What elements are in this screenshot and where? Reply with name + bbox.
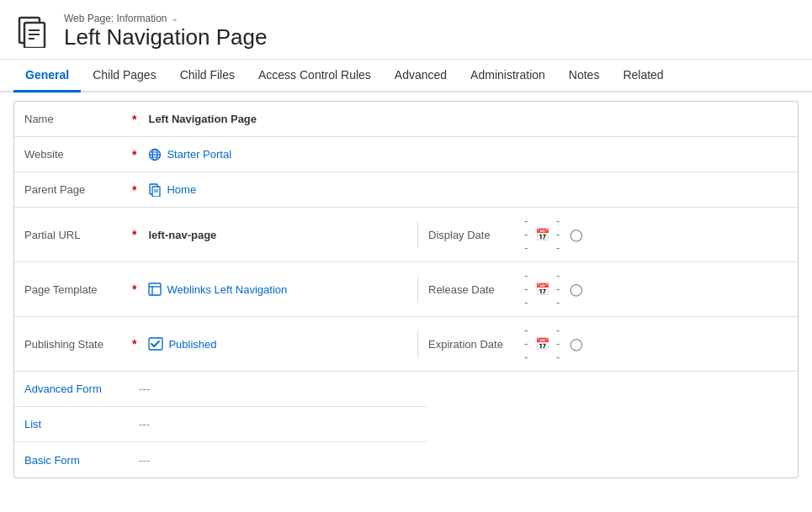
website-required-indicator: *	[132, 148, 136, 161]
parent-page-link[interactable]: Home	[148, 183, 791, 197]
globe-icon	[148, 148, 162, 161]
name-required-indicator: *	[132, 113, 136, 126]
basic-form-value: ---	[132, 447, 427, 473]
tab-child-files[interactable]: Child Files	[168, 60, 247, 92]
expiration-date-label: Expiration Date	[428, 338, 521, 351]
tab-related[interactable]: Related	[611, 60, 675, 92]
page-icon-small	[148, 183, 162, 197]
breadcrumb: Web Page: Information ⌄	[64, 13, 267, 24]
display-date-field: Display Date --- 📅 --- ◯	[418, 208, 579, 261]
clock-icon-display[interactable]: ◯	[570, 228, 583, 241]
publishing-state-section: Publishing State * Published	[14, 330, 418, 357]
calendar-icon-expiration[interactable]: 📅	[535, 337, 549, 351]
page-template-required-indicator: *	[132, 282, 136, 296]
list-row: List ---	[14, 407, 427, 442]
parent-page-required-indicator: *	[132, 183, 136, 197]
tab-advanced[interactable]: Advanced	[383, 60, 459, 92]
display-date-value2: ---	[556, 214, 560, 255]
general-tab-content: Name * Left Navigation Page Website *	[0, 92, 812, 487]
tab-child-pages[interactable]: Child Pages	[81, 60, 168, 92]
website-row: Website * Starter Portal	[14, 137, 798, 172]
tab-administration[interactable]: Administration	[459, 60, 557, 92]
tab-general[interactable]: General	[13, 60, 81, 92]
tab-notes[interactable]: Notes	[557, 60, 612, 92]
publishing-state-link[interactable]: Published	[148, 337, 411, 351]
partial-url-required-indicator: *	[132, 228, 136, 241]
name-value: Left Navigation Page	[141, 106, 798, 132]
page-template-label: Page Template	[14, 277, 132, 303]
display-date-section: Display Date --- 📅 --- ◯	[418, 208, 798, 261]
page-template-value: Weblinks Left Navigation	[141, 276, 417, 303]
clock-icon-release[interactable]: ◯	[570, 282, 583, 296]
page-template-link[interactable]: Weblinks Left Navigation	[148, 282, 411, 296]
page-title: Left Navigation Page	[64, 24, 267, 50]
page-template-section: Page Template * Weblinks Left Navigation	[14, 276, 418, 303]
partial-url-label: Partial URL	[14, 222, 132, 248]
template-icon	[148, 282, 162, 296]
header-text: Web Page: Information ⌄ Left Navigation …	[64, 13, 267, 50]
name-label: Name	[14, 106, 132, 132]
list-value: ---	[132, 411, 427, 437]
display-date-value: ---	[524, 214, 528, 255]
publishing-state-value: Published	[141, 330, 417, 357]
partial-url-value: left-nav-page	[141, 222, 417, 248]
expiration-date-value2: ---	[556, 324, 560, 364]
page-icon	[13, 12, 52, 50]
expiration-date-section: Expiration Date --- 📅 --- ◯	[418, 317, 798, 371]
form-table: Name * Left Navigation Page Website *	[13, 101, 799, 478]
publishing-state-row: Publishing State * Published Expiration …	[14, 317, 798, 372]
parent-page-row: Parent Page * Home	[14, 172, 798, 208]
parent-page-value: Home	[141, 177, 798, 203]
partial-url-section: Partial URL * left-nav-page	[14, 222, 418, 248]
calendar-icon-release[interactable]: 📅	[535, 282, 549, 296]
list-label: List	[14, 411, 132, 437]
svg-rect-14	[149, 283, 161, 295]
clock-icon-expiration[interactable]: ◯	[570, 337, 583, 351]
website-label: Website	[14, 141, 132, 167]
tab-bar: General Child Pages Child Files Access C…	[0, 60, 812, 92]
page-header: Web Page: Information ⌄ Left Navigation …	[0, 0, 812, 60]
release-date-field: Release Date --- 📅 --- ◯	[418, 262, 583, 316]
name-row: Name * Left Navigation Page	[14, 102, 798, 137]
publishing-state-label: Publishing State	[14, 331, 132, 357]
basic-form-row: Basic Form ---	[14, 442, 427, 478]
expiration-date-value: ---	[524, 324, 528, 364]
advanced-form-value: ---	[132, 376, 427, 402]
display-date-label: Display Date	[428, 229, 521, 241]
advanced-form-link[interactable]: Advanced Form	[24, 383, 102, 395]
website-link[interactable]: Starter Portal	[148, 148, 791, 161]
release-date-value: ---	[524, 269, 528, 309]
calendar-icon-display[interactable]: 📅	[535, 228, 549, 241]
advanced-form-row: Advanced Form ---	[14, 372, 427, 407]
published-icon	[148, 337, 163, 351]
expiration-date-field: Expiration Date --- 📅 --- ◯	[418, 317, 592, 371]
release-date-label: Release Date	[428, 283, 521, 296]
tab-access-control[interactable]: Access Control Rules	[247, 60, 383, 92]
chevron-icon: ⌄	[171, 13, 178, 24]
basic-form-label: Basic Form	[14, 447, 132, 473]
parent-page-label: Parent Page	[14, 177, 132, 203]
release-date-value2: ---	[556, 269, 560, 309]
page-template-row: Page Template * Weblinks Left Navigation	[14, 262, 798, 317]
release-date-section: Release Date --- 📅 --- ◯	[418, 262, 798, 316]
advanced-form-label: Advanced Form	[14, 376, 132, 402]
partial-url-row: Partial URL * left-nav-page Display Date…	[14, 208, 798, 262]
basic-form-link[interactable]: Basic Form	[24, 454, 80, 467]
list-link[interactable]: List	[24, 418, 41, 430]
website-value: Starter Portal	[141, 141, 798, 168]
publishing-state-required-indicator: *	[132, 337, 136, 351]
